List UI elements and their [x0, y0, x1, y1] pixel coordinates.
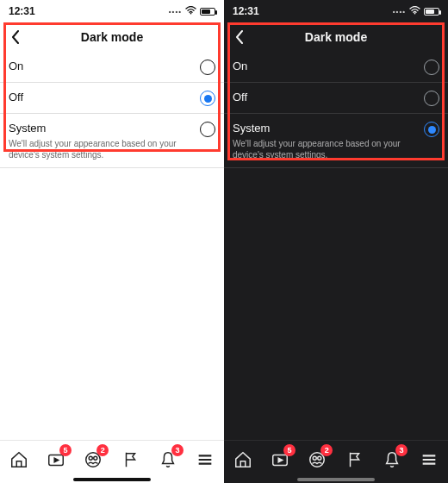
svg-point-8 [314, 456, 317, 460]
badge: 2 [320, 444, 333, 456]
home-indicator [297, 478, 375, 481]
header: Dark mode [224, 22, 448, 52]
badge: 3 [395, 444, 408, 456]
svg-point-0 [190, 13, 192, 15]
radio-icon [200, 60, 215, 75]
page-title: Dark mode [224, 30, 448, 44]
tab-menu[interactable] [415, 446, 443, 474]
svg-point-3 [90, 456, 93, 460]
option-on[interactable]: On [0, 52, 224, 83]
back-button[interactable] [231, 28, 248, 46]
option-subtext: We'll adjust your appearance based on yo… [233, 138, 417, 160]
tab-groups[interactable]: 2 [303, 446, 331, 474]
badge: 3 [171, 444, 184, 456]
badge: 5 [283, 444, 296, 456]
tab-bar: 5 2 3 [224, 440, 448, 483]
status-indicators: •••• [393, 6, 439, 16]
status-time: 12:31 [233, 5, 259, 17]
option-subtext: We'll adjust your appearance based on yo… [9, 138, 193, 160]
back-button[interactable] [7, 28, 24, 46]
status-bar: 12:31 •••• [0, 0, 224, 22]
option-label: Off [233, 90, 417, 105]
option-label: System [9, 121, 193, 136]
option-label: Off [9, 90, 193, 105]
option-off[interactable]: Off [224, 83, 448, 114]
wifi-icon [409, 6, 420, 16]
tab-home[interactable] [5, 446, 33, 474]
tab-flag[interactable] [117, 446, 145, 474]
tab-notifications[interactable]: 3 [378, 446, 406, 474]
phone-dark: 12:31 •••• Dark mode On Off System We'll [224, 0, 448, 483]
option-on[interactable]: On [224, 52, 448, 83]
option-system[interactable]: System We'll adjust your appearance base… [0, 114, 224, 168]
battery-icon [200, 8, 215, 16]
home-indicator [73, 478, 151, 481]
svg-point-9 [318, 456, 321, 460]
radio-icon [200, 122, 215, 137]
options-list: On Off System We'll adjust your appearan… [0, 52, 224, 168]
status-bar: 12:31 •••• [224, 0, 448, 22]
radio-icon [424, 91, 439, 106]
radio-icon-selected [424, 122, 439, 137]
option-label: System [233, 121, 417, 136]
radio-icon [424, 60, 439, 75]
radio-icon-selected [200, 91, 215, 106]
tab-bar: 5 2 3 [0, 440, 224, 483]
svg-point-5 [414, 13, 416, 15]
tab-watch[interactable]: 5 [266, 446, 294, 474]
svg-point-4 [94, 456, 97, 460]
header: Dark mode [0, 22, 224, 52]
tab-groups[interactable]: 2 [79, 446, 107, 474]
option-off[interactable]: Off [0, 83, 224, 114]
badge: 5 [59, 444, 72, 456]
tab-menu[interactable] [191, 446, 219, 474]
option-label: On [233, 59, 417, 74]
wifi-icon [185, 6, 196, 16]
cellular-icon: •••• [393, 8, 406, 16]
battery-icon [424, 8, 439, 16]
options-list: On Off System We'll adjust your appearan… [224, 52, 448, 168]
page-title: Dark mode [0, 30, 224, 44]
tab-notifications[interactable]: 3 [154, 446, 182, 474]
option-label: On [9, 59, 193, 74]
tab-watch[interactable]: 5 [42, 446, 70, 474]
tab-flag[interactable] [341, 446, 369, 474]
tab-home[interactable] [229, 446, 257, 474]
phone-light: 12:31 •••• Dark mode On Off System We'll [0, 0, 224, 483]
status-time: 12:31 [9, 5, 35, 17]
status-indicators: •••• [169, 6, 215, 16]
badge: 2 [96, 444, 109, 456]
option-system[interactable]: System We'll adjust your appearance base… [224, 114, 448, 168]
cellular-icon: •••• [169, 8, 182, 16]
